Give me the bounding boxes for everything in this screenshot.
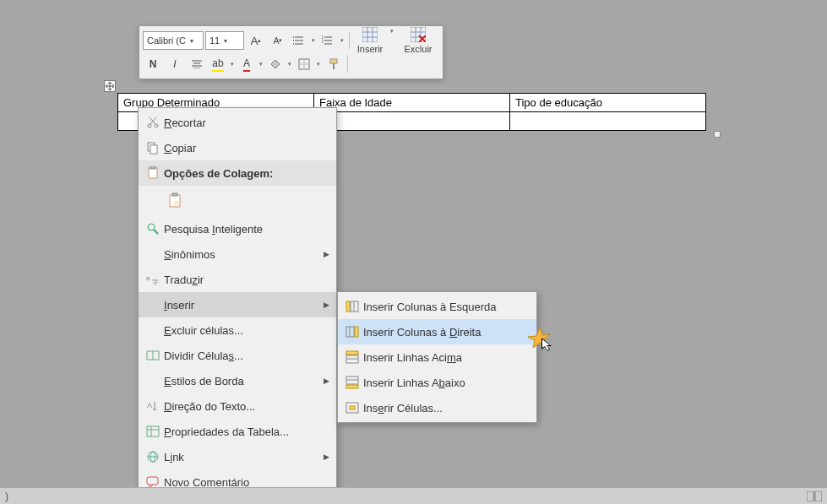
- svg-rect-77: [815, 491, 822, 501]
- chevron-right-icon: ▶: [324, 250, 329, 258]
- menu-item-copy[interactable]: Copiar: [139, 135, 336, 160]
- font-name-combo[interactable]: Calibri (C ▾: [143, 31, 204, 50]
- submenu-insert-cells[interactable]: Inserir Células...: [338, 395, 536, 420]
- menu-item-delete-cells[interactable]: Excluir células...: [139, 317, 336, 343]
- svg-rect-72: [350, 406, 355, 409]
- font-size-value: 11: [209, 35, 220, 46]
- borders-icon: [298, 58, 310, 70]
- svg-point-35: [155, 124, 158, 127]
- search-icon: [142, 222, 164, 236]
- bold-button[interactable]: N: [143, 55, 163, 73]
- menu-item-cut[interactable]: Recortar: [139, 110, 336, 135]
- link-icon: [142, 450, 164, 463]
- svg-rect-31: [333, 63, 335, 69]
- submenu-insert-cols-right[interactable]: Inserir Colunas à Direita: [338, 319, 536, 344]
- shading-button[interactable]: [266, 55, 293, 73]
- font-size-combo[interactable]: 11 ▾: [205, 31, 244, 50]
- borders-button[interactable]: [295, 55, 322, 73]
- svg-marker-75: [542, 339, 550, 350]
- submenu-insert-cols-left[interactable]: Inserir Colunas à Esquerda: [338, 294, 536, 319]
- context-menu: Recortar Copiar Opções de Colagem: Pesqu…: [138, 107, 337, 497]
- italic-button[interactable]: I: [165, 55, 185, 73]
- align-button[interactable]: [187, 55, 207, 73]
- read-mode-icon[interactable]: [807, 490, 822, 502]
- svg-text:A: A: [147, 401, 152, 409]
- svg-rect-64: [355, 327, 358, 337]
- paste-keep-source-button[interactable]: [164, 189, 188, 213]
- mini-toolbar: Calibri (C ▾ 11 ▾ A▴ A▾ 12 Inserir Exclu…: [139, 25, 443, 79]
- chevron-right-icon: ▶: [324, 453, 329, 461]
- svg-text:字: 字: [152, 279, 159, 286]
- insert-row-above-icon: [341, 350, 363, 364]
- paste-options-label: Opções de Colagem:: [164, 167, 329, 180]
- numbered-list-button[interactable]: 12: [318, 31, 345, 50]
- grow-font-button[interactable]: A▴: [246, 31, 266, 50]
- format-painter-button[interactable]: [324, 55, 344, 73]
- font-color-button[interactable]: A: [237, 55, 264, 73]
- svg-line-37: [150, 117, 155, 124]
- menu-item-split-cells[interactable]: Dividir Células...: [139, 343, 336, 368]
- status-bar: ): [0, 487, 827, 504]
- paste-options-row: [139, 186, 336, 216]
- menu-item-insert[interactable]: Inserir ▶: [139, 292, 336, 317]
- table-resize-handle[interactable]: [714, 131, 721, 138]
- table-header-cell[interactable]: Tipo de educação: [510, 94, 706, 112]
- svg-text:2: 2: [322, 39, 324, 44]
- chevron-down-icon[interactable]: ▾: [188, 36, 196, 45]
- svg-rect-40: [149, 168, 157, 178]
- delete-table-button[interactable]: Excluir: [397, 22, 439, 59]
- shrink-font-button[interactable]: A▾: [268, 31, 288, 50]
- separator: [347, 56, 348, 73]
- split-cells-icon: [142, 349, 164, 362]
- table-delete-icon: [411, 27, 426, 42]
- copy-icon: [142, 141, 164, 154]
- chevron-down-icon[interactable]: ▾: [221, 36, 230, 45]
- chevron-right-icon: ▶: [324, 377, 329, 385]
- clipboard-icon: [142, 166, 164, 180]
- svg-rect-30: [330, 59, 337, 63]
- insert-col-right-icon: [341, 325, 363, 339]
- svg-rect-41: [150, 166, 155, 169]
- svg-line-45: [154, 230, 158, 234]
- svg-rect-70: [346, 385, 358, 388]
- menu-item-border-styles[interactable]: Estilos de Borda ▶: [139, 368, 336, 393]
- svg-rect-65: [346, 351, 358, 355]
- table-cell[interactable]: [510, 112, 706, 131]
- highlight-button[interactable]: ab: [209, 55, 236, 73]
- svg-rect-39: [150, 145, 157, 154]
- chevron-right-icon: ▶: [324, 301, 329, 309]
- svg-text:a: a: [146, 274, 150, 282]
- menu-item-translate[interactable]: a字 Traduzir: [139, 267, 336, 292]
- insert-submenu: Inserir Colunas à Esquerda Inserir Colun…: [337, 291, 537, 423]
- submenu-insert-rows-below[interactable]: Inserir Linhas Abaixo: [338, 370, 536, 395]
- svg-point-4: [293, 40, 294, 41]
- submenu-insert-rows-above[interactable]: Inserir Linhas Acima: [338, 344, 536, 370]
- table-properties-icon: [142, 425, 164, 438]
- svg-point-5: [293, 43, 294, 45]
- insert-table-button[interactable]: Inserir: [353, 22, 395, 59]
- svg-rect-11: [362, 27, 378, 42]
- menu-item-smart-lookup[interactable]: Pesquisa Inteligente: [139, 216, 336, 241]
- menu-item-synonyms[interactable]: Sinônimos ▶: [139, 241, 336, 267]
- menu-item-link[interactable]: Link ▶: [139, 444, 336, 469]
- svg-line-36: [150, 117, 156, 124]
- table-cell[interactable]: [314, 112, 510, 131]
- menu-item-table-properties[interactable]: Propriedades da Tabela...: [139, 419, 336, 444]
- svg-point-3: [293, 36, 294, 38]
- table-grid-icon: [362, 27, 378, 42]
- svg-point-44: [148, 224, 155, 230]
- table-header-cell[interactable]: Faixa de Idade: [314, 94, 510, 112]
- align-center-icon: [192, 60, 202, 68]
- menu-item-text-direction[interactable]: A Direção do Texto...: [139, 393, 336, 419]
- insert-row-below-icon: [341, 376, 363, 389]
- table-move-handle[interactable]: [104, 80, 116, 92]
- translate-icon: a字: [142, 273, 164, 286]
- delete-label: Excluir: [404, 44, 432, 54]
- svg-rect-58: [147, 477, 158, 485]
- status-left: ): [5, 490, 8, 502]
- brush-icon: [328, 58, 340, 70]
- list-button[interactable]: [290, 31, 317, 50]
- separator: [349, 32, 350, 49]
- paint-bucket-icon: [269, 58, 281, 70]
- insert-label: Inserir: [357, 44, 384, 54]
